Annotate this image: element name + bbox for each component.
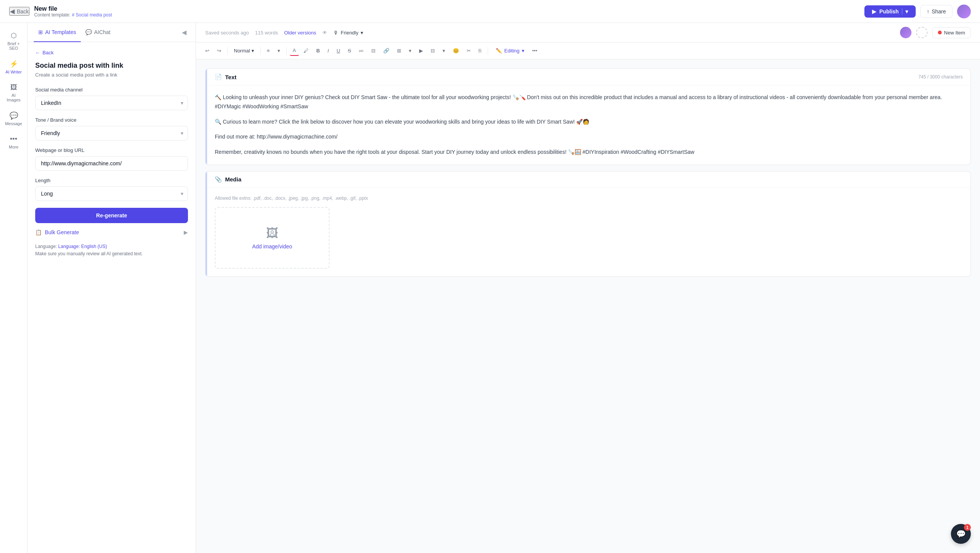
grid-button[interactable]: ⊟: [428, 46, 438, 55]
chat-icon: 💬: [956, 529, 966, 538]
sidebar-item-more[interactable]: ••• More: [2, 131, 25, 153]
align-left-button[interactable]: ≡: [264, 46, 273, 55]
back-label: Back: [17, 8, 29, 15]
upload-area[interactable]: 🖼 Add image/video: [215, 207, 330, 269]
editor-area: Saved seconds ago 115 words Older versio…: [196, 23, 980, 553]
editor-top-right: New Item: [900, 27, 971, 38]
text-block-body[interactable]: 🔨 Looking to unleash your inner DIY geni…: [207, 85, 970, 165]
tone-chevron-icon: ▾: [361, 30, 363, 36]
bulk-generate-icon: 📋: [35, 229, 42, 235]
copy-button[interactable]: ⎘: [475, 46, 485, 55]
aichat-tab-icon: 💬: [85, 29, 92, 35]
tone-select[interactable]: Friendly Professional Casual Formal: [35, 126, 188, 140]
more-toolbar-button[interactable]: •••: [529, 46, 541, 55]
sidebar-item-label: AI Images: [5, 93, 22, 102]
tone-value: Friendly: [341, 30, 358, 36]
ordered-list-button[interactable]: ⊟: [368, 46, 379, 55]
length-form-group: Length Short Medium Long ▾: [35, 178, 188, 201]
media-block-inner: 📎 Media Allowed file extns: .pdf, .doc, …: [207, 171, 970, 276]
publish-icon: ▶: [872, 8, 876, 15]
bulk-generate-row[interactable]: 📋 Bulk Generate ▶: [35, 229, 188, 235]
text-style-chevron-icon: ▾: [252, 48, 254, 54]
sidebar-item-brief-seo[interactable]: ⬡ Brief + SEO: [2, 28, 25, 54]
tone-selector-button[interactable]: 🎙 Friendly ▾: [333, 30, 363, 36]
back-link-icon: ←: [35, 50, 40, 55]
media-block-header: 📎 Media: [207, 171, 970, 188]
publish-chevron-icon: ▾: [902, 8, 908, 15]
link-button[interactable]: 🔗: [380, 46, 392, 55]
eye-icon[interactable]: 👁: [322, 30, 327, 36]
table-button[interactable]: ⊞: [394, 46, 404, 55]
chat-button[interactable]: 💬 1: [951, 524, 971, 544]
sidebar-item-label: Message: [5, 121, 22, 126]
brief-seo-icon: ⬡: [11, 31, 17, 40]
tab-aichat[interactable]: 💬 AIChat: [81, 23, 115, 42]
new-item-label: New Item: [944, 30, 965, 36]
header-left: ◀ Back New file Content template: # Soci…: [9, 5, 112, 18]
sidebar-item-label: Brief + SEO: [5, 41, 22, 51]
allowed-files-text: Allowed file extns: .pdf, .doc, .docx, .…: [215, 196, 963, 201]
footer-language: Language: Language: English (US): [35, 244, 107, 249]
table-chevron-button[interactable]: ▾: [406, 46, 415, 55]
editing-status[interactable]: ✏️ Editing ▾: [493, 46, 528, 55]
char-count: 745 / 3000 characters: [918, 74, 963, 80]
text-block-label: Text: [225, 74, 237, 80]
grid-chevron-button[interactable]: ▾: [439, 46, 448, 55]
editor-top-bar: Saved seconds ago 115 words Older versio…: [196, 23, 980, 42]
panel-content: ← Back Social media post with link Creat…: [28, 42, 196, 553]
editing-label: Editing: [504, 48, 519, 54]
share-button[interactable]: ↑ Share: [920, 5, 952, 18]
sidebar-item-ai-images[interactable]: 🖼 AI Images: [2, 80, 25, 106]
media-block-icon: 📎: [215, 176, 222, 183]
text-block-header: 📄 Text 745 / 3000 characters: [207, 69, 970, 85]
italic-button[interactable]: I: [325, 46, 332, 55]
message-icon: 💬: [10, 111, 18, 120]
back-button[interactable]: ◀ Back: [9, 7, 29, 16]
share-label: Share: [932, 8, 946, 15]
text-paragraph-1: 🔨 Looking to unleash your inner DIY geni…: [215, 93, 963, 111]
undo-button[interactable]: ↩: [202, 46, 212, 55]
text-color-button[interactable]: A: [290, 46, 299, 56]
align-chevron-button[interactable]: ▾: [274, 46, 283, 55]
editing-chevron-icon: ▾: [522, 48, 524, 54]
panel-tabs: ⊞ AI Templates 💬 AIChat ◀: [28, 23, 196, 42]
template-desc: Create a social media post with a link: [35, 72, 188, 78]
bold-button[interactable]: B: [313, 46, 323, 55]
template-link[interactable]: # Social media post: [72, 12, 112, 18]
sidebar-item-message[interactable]: 💬 Message: [2, 108, 25, 130]
text-block-icon: 📄: [215, 73, 222, 80]
regenerate-button[interactable]: Re-generate: [35, 208, 188, 223]
underline-button[interactable]: U: [333, 46, 343, 55]
unordered-list-button[interactable]: ≔: [356, 46, 367, 55]
length-select[interactable]: Short Medium Long: [35, 186, 188, 201]
emoji-button[interactable]: 😊: [450, 46, 462, 55]
highlight-button[interactable]: 🖊: [301, 46, 312, 55]
pencil-icon: ✏️: [496, 48, 502, 54]
text-style-dropdown[interactable]: Normal ▾: [231, 46, 257, 55]
top-header: ◀ Back New file Content template: # Soci…: [0, 0, 980, 23]
play-button[interactable]: ▶: [416, 46, 426, 55]
template-back-link[interactable]: ← Back: [35, 50, 188, 55]
panel-collapse-button[interactable]: ◀: [179, 26, 189, 39]
editor-avatar-1: [900, 27, 911, 38]
saved-status: Saved seconds ago: [205, 30, 249, 36]
footer-review-note: Make sure you manually review all AI gen…: [35, 251, 143, 256]
channel-select[interactable]: LinkedIn Twitter Facebook Instagram: [35, 96, 188, 110]
strikethrough-button[interactable]: S: [345, 46, 354, 55]
older-versions-link[interactable]: Older versions: [284, 30, 316, 36]
sidebar-item-ai-writer[interactable]: ⚡ AI Writer: [2, 56, 25, 78]
url-input[interactable]: [35, 156, 188, 171]
text-block-title: 📄 Text: [215, 73, 237, 80]
back-link-label: Back: [42, 50, 54, 55]
text-content-block: 📄 Text 745 / 3000 characters 🔨 Looking t…: [205, 69, 971, 165]
user-avatar[interactable]: [957, 5, 971, 18]
file-title: New file: [34, 5, 112, 12]
publish-button[interactable]: ▶ Publish ▾: [864, 5, 916, 18]
upload-icon: 🖼: [266, 226, 278, 240]
cut-button[interactable]: ✂: [464, 46, 474, 55]
channel-form-group: Social media channel LinkedIn Twitter Fa…: [35, 87, 188, 110]
new-item-button[interactable]: New Item: [932, 27, 971, 38]
tab-ai-templates[interactable]: ⊞ AI Templates: [34, 23, 81, 42]
redo-button[interactable]: ↪: [214, 46, 224, 55]
aichat-tab-label: AIChat: [94, 29, 111, 35]
